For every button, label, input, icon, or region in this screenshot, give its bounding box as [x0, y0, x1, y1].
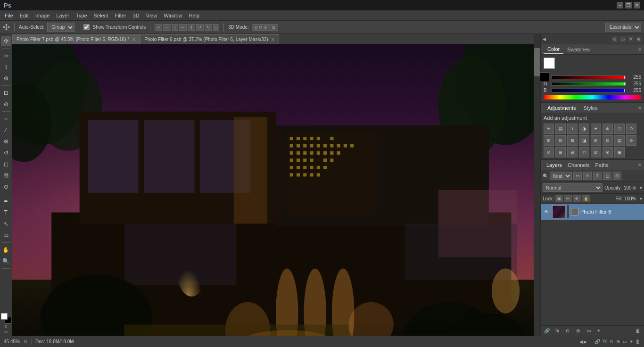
layers-panel-menu[interactable]: ≡ [638, 162, 641, 167]
fg-color-swatch[interactable] [544, 58, 555, 69]
menu-select[interactable]: Select [91, 12, 111, 19]
menu-file[interactable]: File [2, 12, 16, 19]
layer-visibility-toggle[interactable]: 👁 [543, 208, 550, 215]
filter-icon-text[interactable]: T [593, 172, 602, 180]
g-slider[interactable] [551, 82, 626, 86]
tab-paths[interactable]: Paths [593, 161, 611, 169]
menu-window[interactable]: Window [161, 12, 185, 19]
menu-filter[interactable]: Filter [112, 12, 129, 19]
adj-icon-9[interactable]: ⊙ [544, 147, 554, 157]
status-icon-1[interactable]: ⊙ [24, 339, 27, 344]
lasso-tool[interactable]: ⌇ [1, 62, 11, 72]
maximize-button[interactable]: ❐ [625, 2, 632, 8]
adj-brightness[interactable]: ☀ [544, 124, 554, 134]
status-mask-icon[interactable]: ⊙ [610, 339, 613, 344]
status-folder-icon[interactable]: ▭ [623, 339, 627, 344]
gradient-tool[interactable]: ▤ [1, 170, 11, 181]
quick-mask-btn[interactable]: ⊙ [1, 324, 11, 329]
filter-icon-adjust[interactable]: ⊙ [583, 172, 592, 180]
tab-layers[interactable]: Layers [544, 161, 565, 169]
new-group-btn[interactable]: ▭ [584, 327, 593, 335]
r-slider[interactable] [551, 75, 626, 79]
tab2-close[interactable]: ✕ [271, 37, 275, 42]
fill-options[interactable]: ▾ [640, 196, 642, 201]
adj-panel-menu[interactable]: ≡ [638, 105, 641, 110]
history-brush[interactable]: ↺ [1, 148, 11, 158]
zoom-tool[interactable]: 🔍 [1, 256, 11, 266]
close-button[interactable]: ✕ [634, 2, 640, 8]
tab-styles[interactable]: Styles [580, 104, 602, 112]
filter-icon-shape[interactable]: ◻ [603, 172, 611, 180]
panel-icon-3[interactable]: ≡ [627, 36, 634, 42]
adj-icon-14[interactable]: ⊗ [603, 147, 613, 157]
status-delete-icon[interactable]: 🗑 [636, 339, 640, 344]
eyedropper-tool[interactable]: ⊘ [1, 99, 11, 109]
menu-layer[interactable]: Layer [53, 12, 72, 19]
spectrum-bar[interactable] [544, 95, 641, 99]
bg-color-swatch[interactable] [540, 73, 549, 82]
dodge-tool[interactable]: ⊙ [1, 182, 11, 192]
adj-icon-15[interactable]: ▣ [614, 147, 625, 157]
adj-hue[interactable]: ⊕ [603, 124, 613, 134]
adj-gradient-map[interactable]: ▤ [614, 135, 625, 146]
adj-color-balance[interactable]: ⬡ [614, 124, 625, 134]
menu-edit[interactable]: Edit [17, 12, 32, 19]
color-panel-menu[interactable]: ≡ [638, 47, 641, 52]
panel-collapse-icon[interactable]: ◀ [543, 37, 546, 41]
adj-levels[interactable]: ▤ [555, 124, 566, 134]
canvas-vscroll[interactable] [534, 34, 540, 336]
layer-mask-btn[interactable]: ⊙ [563, 327, 572, 335]
tab-photo-filter-7[interactable]: Photo Filter 7.psb @ 45.5% (Photo Filter… [12, 34, 140, 44]
status-adj-icon[interactable]: ⊕ [616, 339, 620, 344]
panel-icon-2[interactable]: ▭ [619, 36, 626, 42]
adj-channel-mixer[interactable]: ⊟ [555, 135, 566, 146]
marquee-tool[interactable]: ▭ [1, 50, 11, 61]
adj-color-lookup[interactable]: ⊠ [567, 135, 578, 146]
adj-exposure[interactable]: ◑ [579, 124, 589, 134]
move-tool[interactable]: ✣ [1, 36, 11, 46]
screen-mode-btn[interactable]: ▭ [1, 330, 11, 334]
pen-tool[interactable]: ✒ [1, 196, 11, 207]
tab-color[interactable]: Color [544, 45, 563, 54]
brush-tool[interactable]: ∕ [1, 125, 11, 135]
lock-transparent[interactable]: ▦ [555, 195, 563, 202]
healing-tool[interactable]: ⌁ [1, 114, 11, 124]
tab1-close[interactable]: ✕ [132, 37, 136, 42]
adj-icon-13[interactable]: ⊠ [591, 147, 601, 157]
panel-icon-1[interactable]: ⊙ [611, 36, 618, 42]
stamp-tool[interactable]: ⊗ [1, 136, 11, 147]
path-select[interactable]: ↖ [1, 219, 11, 229]
menu-view[interactable]: View [143, 12, 160, 19]
delete-layer-btn[interactable]: 🗑 [634, 327, 642, 335]
crop-tool[interactable]: ⊡ [1, 88, 11, 98]
filter-kind-select[interactable]: Kind [550, 172, 572, 180]
filter-icon-pixel[interactable]: ▭ [573, 172, 582, 180]
lock-all[interactable]: 🔒 [582, 195, 590, 202]
tab-channels[interactable]: Channels [565, 161, 592, 169]
show-transform-checkbox[interactable] [83, 24, 90, 30]
b-slider[interactable] [551, 89, 626, 92]
foreground-color[interactable] [1, 313, 8, 320]
menu-help[interactable]: Help [186, 12, 203, 19]
blend-mode-select[interactable]: Normal Multiply Screen [543, 183, 603, 192]
menu-type[interactable]: Type [73, 12, 90, 19]
adj-photo-filter[interactable]: ⊞ [544, 135, 554, 146]
adj-icon-11[interactable]: ⊟ [567, 147, 578, 157]
lock-position[interactable]: ✣ [573, 195, 581, 202]
fg-bg-colors[interactable] [1, 313, 11, 323]
tab-adjustments[interactable]: Adjustments [544, 104, 580, 112]
adj-curves[interactable]: ⌇ [567, 124, 578, 134]
lock-image[interactable]: ✏ [564, 195, 572, 202]
adj-vibrance[interactable]: ✦ [591, 124, 601, 134]
tab-swatches[interactable]: Swatches [563, 46, 594, 53]
shape-tool[interactable]: ▭ [1, 230, 11, 240]
adj-selective-color[interactable]: ⊕ [626, 135, 636, 146]
status-link-icon[interactable]: 🔗 [594, 339, 600, 344]
adj-icon-12[interactable]: ◻ [579, 147, 589, 157]
opacity-options[interactable]: ▾ [640, 185, 642, 190]
scroll-left-btn[interactable]: ◀ [579, 339, 583, 344]
text-tool[interactable]: T [1, 207, 11, 218]
adj-invert[interactable]: ◪ [579, 135, 589, 146]
adj-threshold[interactable]: ⊟ [603, 135, 613, 146]
minimize-button[interactable]: – [617, 2, 623, 8]
